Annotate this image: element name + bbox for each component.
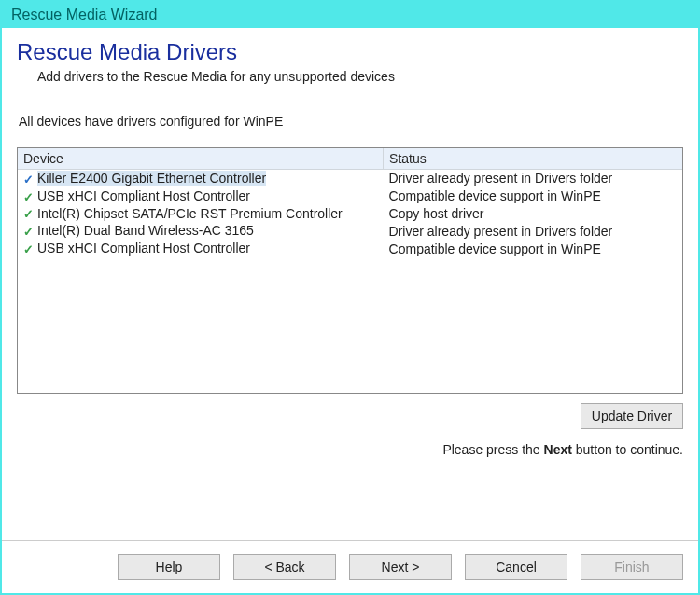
window-titlebar: Rescue Media Wizard bbox=[2, 2, 698, 28]
next-button[interactable]: Next > bbox=[349, 554, 452, 580]
driver-table-container: Device Status ✓Killer E2400 Gigabit Ethe… bbox=[17, 147, 683, 394]
cancel-button[interactable]: Cancel bbox=[465, 554, 567, 580]
driver-table: Device Status ✓Killer E2400 Gigabit Ethe… bbox=[18, 148, 682, 257]
wizard-footer: Help < Back Next > Cancel Finish bbox=[2, 540, 698, 593]
check-icon: ✓ bbox=[23, 225, 36, 239]
device-cell: ✓Intel(R) Dual Band Wireless-AC 3165 bbox=[18, 222, 384, 240]
table-row[interactable]: ✓Killer E2400 Gigabit Ethernet Controlle… bbox=[18, 170, 682, 187]
device-name: Killer E2400 Gigabit Ethernet Controller bbox=[37, 171, 266, 186]
wizard-content: Rescue Media Drivers Add drivers to the … bbox=[2, 28, 698, 540]
device-cell: ✓Intel(R) Chipset SATA/PCIe RST Premium … bbox=[18, 205, 384, 223]
update-driver-row: Update Driver bbox=[17, 403, 683, 429]
device-cell: ✓Killer E2400 Gigabit Ethernet Controlle… bbox=[18, 170, 384, 187]
check-icon: ✓ bbox=[23, 242, 36, 256]
device-name: Intel(R) Dual Band Wireless-AC 3165 bbox=[37, 223, 254, 238]
update-driver-button[interactable]: Update Driver bbox=[581, 403, 683, 429]
table-row[interactable]: ✓USB xHCI Compliant Host ControllerCompa… bbox=[18, 240, 682, 257]
status-cell: Compatible device support in WinPE bbox=[384, 240, 682, 257]
device-name: USB xHCI Compliant Host Controller bbox=[37, 188, 250, 203]
column-header-status[interactable]: Status bbox=[384, 148, 682, 170]
status-cell: Copy host driver bbox=[384, 205, 682, 223]
table-row[interactable]: ✓Intel(R) Dual Band Wireless-AC 3165Driv… bbox=[18, 222, 682, 240]
device-name: USB xHCI Compliant Host Controller bbox=[37, 241, 250, 256]
table-row[interactable]: ✓USB xHCI Compliant Host ControllerCompa… bbox=[18, 187, 682, 205]
status-cell: Driver already present in Drivers folder bbox=[384, 222, 682, 240]
status-line: All devices have drivers configured for … bbox=[19, 114, 683, 129]
check-icon: ✓ bbox=[23, 190, 36, 204]
prompt-bold: Next bbox=[544, 442, 572, 457]
page-title: Rescue Media Drivers bbox=[17, 39, 683, 65]
prompt-line: Please press the Next button to continue… bbox=[17, 442, 683, 457]
prompt-prefix: Please press the bbox=[442, 442, 543, 457]
back-button[interactable]: < Back bbox=[233, 554, 336, 580]
help-button[interactable]: Help bbox=[118, 554, 220, 580]
device-cell: ✓USB xHCI Compliant Host Controller bbox=[18, 240, 384, 257]
check-icon: ✓ bbox=[23, 173, 36, 187]
device-cell: ✓USB xHCI Compliant Host Controller bbox=[18, 187, 384, 205]
window-title: Rescue Media Wizard bbox=[11, 7, 158, 22]
device-name: Intel(R) Chipset SATA/PCIe RST Premium C… bbox=[37, 206, 343, 221]
check-icon: ✓ bbox=[23, 207, 36, 221]
finish-button: Finish bbox=[581, 554, 683, 580]
status-cell: Driver already present in Drivers folder bbox=[384, 170, 682, 187]
status-cell: Compatible device support in WinPE bbox=[384, 187, 682, 205]
table-row[interactable]: ✓Intel(R) Chipset SATA/PCIe RST Premium … bbox=[18, 205, 682, 223]
prompt-suffix: button to continue. bbox=[576, 442, 683, 457]
column-header-device[interactable]: Device bbox=[18, 148, 384, 170]
page-subtitle: Add drivers to the Rescue Media for any … bbox=[37, 69, 683, 84]
